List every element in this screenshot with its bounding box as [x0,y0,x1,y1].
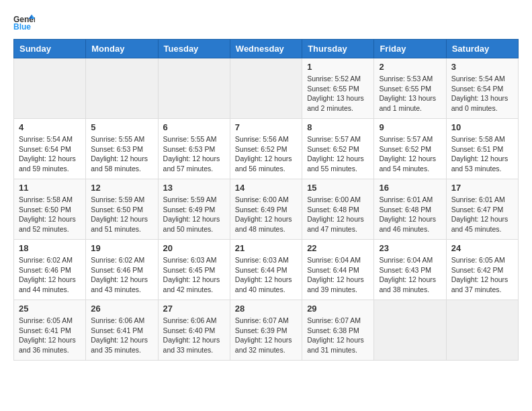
day-info: Sunrise: 5:59 AM Sunset: 6:49 PM Dayligh… [163,195,225,234]
day-info: Sunrise: 5:57 AM Sunset: 6:52 PM Dayligh… [379,134,441,174]
day-number: 21 [235,243,297,253]
calendar-cell: 15Sunrise: 6:00 AM Sunset: 6:48 PM Dayli… [302,179,374,240]
day-info: Sunrise: 6:06 AM Sunset: 6:40 PM Dayligh… [163,316,225,355]
day-number: 2 [379,62,441,72]
calendar-cell: 7Sunrise: 5:56 AM Sunset: 6:52 PM Daylig… [230,119,302,179]
day-of-week-header: Monday [86,40,158,58]
day-info: Sunrise: 5:53 AM Sunset: 6:55 PM Dayligh… [379,74,441,113]
calendar-body: 1Sunrise: 5:52 AM Sunset: 6:55 PM Daylig… [14,58,519,361]
day-number: 5 [91,122,152,132]
day-number: 12 [91,183,152,193]
calendar-cell: 19Sunrise: 6:02 AM Sunset: 6:46 PM Dayli… [86,240,158,300]
calendar-cell: 16Sunrise: 6:01 AM Sunset: 6:48 PM Dayli… [374,179,446,240]
day-number: 19 [91,243,152,253]
day-info: Sunrise: 5:55 AM Sunset: 6:53 PM Dayligh… [163,134,225,174]
day-of-week-header: Wednesday [230,40,302,58]
day-info: Sunrise: 6:04 AM Sunset: 6:43 PM Dayligh… [379,255,441,295]
calendar-cell: 17Sunrise: 6:01 AM Sunset: 6:47 PM Dayli… [446,179,518,240]
day-info: Sunrise: 5:58 AM Sunset: 6:51 PM Dayligh… [451,134,513,174]
day-number: 1 [307,62,369,72]
day-number: 24 [451,243,513,253]
calendar-cell: 11Sunrise: 5:58 AM Sunset: 6:50 PM Dayli… [14,179,86,240]
day-info: Sunrise: 6:01 AM Sunset: 6:47 PM Dayligh… [451,195,513,234]
calendar-table: SundayMondayTuesdayWednesdayThursdayFrid… [13,39,519,361]
calendar-cell: 13Sunrise: 5:59 AM Sunset: 6:49 PM Dayli… [158,179,230,240]
day-info: Sunrise: 6:04 AM Sunset: 6:44 PM Dayligh… [307,255,369,295]
day-of-week-header: Tuesday [158,40,230,58]
calendar-cell: 10Sunrise: 5:58 AM Sunset: 6:51 PM Dayli… [446,119,518,179]
calendar-cell [14,58,86,119]
logo-icon: General Blue [13,13,35,32]
day-of-week-header: Friday [374,40,446,58]
day-number: 13 [163,183,225,193]
day-number: 14 [235,183,297,193]
calendar-cell [446,300,518,361]
day-number: 23 [379,243,441,253]
calendar-cell: 14Sunrise: 6:00 AM Sunset: 6:49 PM Dayli… [230,179,302,240]
calendar-week-row: 4Sunrise: 5:54 AM Sunset: 6:54 PM Daylig… [14,119,519,179]
calendar-cell: 29Sunrise: 6:07 AM Sunset: 6:38 PM Dayli… [302,300,374,361]
day-number: 8 [307,122,369,132]
day-number: 10 [451,122,513,132]
calendar-cell: 25Sunrise: 6:05 AM Sunset: 6:41 PM Dayli… [14,300,86,361]
day-info: Sunrise: 5:58 AM Sunset: 6:50 PM Dayligh… [19,195,81,234]
calendar-cell [86,58,158,119]
calendar-cell: 28Sunrise: 6:07 AM Sunset: 6:39 PM Dayli… [230,300,302,361]
calendar-cell: 3Sunrise: 5:54 AM Sunset: 6:54 PM Daylig… [446,58,518,119]
calendar-cell: 8Sunrise: 5:57 AM Sunset: 6:52 PM Daylig… [302,119,374,179]
day-info: Sunrise: 5:57 AM Sunset: 6:52 PM Dayligh… [307,134,369,174]
calendar-cell: 27Sunrise: 6:06 AM Sunset: 6:40 PM Dayli… [158,300,230,361]
day-info: Sunrise: 6:03 AM Sunset: 6:45 PM Dayligh… [163,255,225,295]
day-info: Sunrise: 6:06 AM Sunset: 6:41 PM Dayligh… [91,316,152,355]
day-info: Sunrise: 6:01 AM Sunset: 6:48 PM Dayligh… [379,195,441,234]
calendar-cell: 1Sunrise: 5:52 AM Sunset: 6:55 PM Daylig… [302,58,374,119]
calendar-cell [374,300,446,361]
day-info: Sunrise: 5:52 AM Sunset: 6:55 PM Dayligh… [307,74,369,113]
day-number: 16 [379,183,441,193]
day-info: Sunrise: 6:00 AM Sunset: 6:49 PM Dayligh… [235,195,297,234]
day-number: 9 [379,122,441,132]
calendar-cell: 6Sunrise: 5:55 AM Sunset: 6:53 PM Daylig… [158,119,230,179]
day-of-week-header: Thursday [302,40,374,58]
day-number: 7 [235,122,297,132]
day-number: 6 [163,122,225,132]
day-info: Sunrise: 5:56 AM Sunset: 6:52 PM Dayligh… [235,134,297,174]
calendar-week-row: 25Sunrise: 6:05 AM Sunset: 6:41 PM Dayli… [14,300,519,361]
day-info: Sunrise: 6:03 AM Sunset: 6:44 PM Dayligh… [235,255,297,295]
day-info: Sunrise: 5:55 AM Sunset: 6:53 PM Dayligh… [91,134,152,174]
calendar-cell: 2Sunrise: 5:53 AM Sunset: 6:55 PM Daylig… [374,58,446,119]
calendar-cell: 23Sunrise: 6:04 AM Sunset: 6:43 PM Dayli… [374,240,446,300]
day-number: 25 [19,304,81,314]
calendar-cell: 26Sunrise: 6:06 AM Sunset: 6:41 PM Dayli… [86,300,158,361]
svg-text:Blue: Blue [13,22,31,32]
day-number: 22 [307,243,369,253]
calendar-week-row: 18Sunrise: 6:02 AM Sunset: 6:46 PM Dayli… [14,240,519,300]
day-info: Sunrise: 5:54 AM Sunset: 6:54 PM Dayligh… [19,134,81,174]
calendar-cell: 5Sunrise: 5:55 AM Sunset: 6:53 PM Daylig… [86,119,158,179]
calendar-cell: 21Sunrise: 6:03 AM Sunset: 6:44 PM Dayli… [230,240,302,300]
day-number: 3 [451,62,513,72]
day-info: Sunrise: 6:02 AM Sunset: 6:46 PM Dayligh… [91,255,152,295]
calendar-week-row: 1Sunrise: 5:52 AM Sunset: 6:55 PM Daylig… [14,58,519,119]
day-number: 11 [19,183,81,193]
day-info: Sunrise: 6:05 AM Sunset: 6:42 PM Dayligh… [451,255,513,295]
calendar-week-row: 11Sunrise: 5:58 AM Sunset: 6:50 PM Dayli… [14,179,519,240]
calendar-cell: 12Sunrise: 5:59 AM Sunset: 6:50 PM Dayli… [86,179,158,240]
calendar-cell [158,58,230,119]
day-number: 20 [163,243,225,253]
day-of-week-header: Saturday [446,40,518,58]
day-info: Sunrise: 5:54 AM Sunset: 6:54 PM Dayligh… [451,74,513,113]
day-info: Sunrise: 6:02 AM Sunset: 6:46 PM Dayligh… [19,255,81,295]
page-header: General Blue [13,13,519,32]
day-number: 18 [19,243,81,253]
day-number: 4 [19,122,81,132]
calendar-cell: 22Sunrise: 6:04 AM Sunset: 6:44 PM Dayli… [302,240,374,300]
logo: General Blue [13,13,40,32]
calendar-cell: 24Sunrise: 6:05 AM Sunset: 6:42 PM Dayli… [446,240,518,300]
day-number: 28 [235,304,297,314]
day-info: Sunrise: 5:59 AM Sunset: 6:50 PM Dayligh… [91,195,152,234]
calendar-cell: 9Sunrise: 5:57 AM Sunset: 6:52 PM Daylig… [374,119,446,179]
calendar-cell: 20Sunrise: 6:03 AM Sunset: 6:45 PM Dayli… [158,240,230,300]
day-number: 27 [163,304,225,314]
day-info: Sunrise: 6:05 AM Sunset: 6:41 PM Dayligh… [19,316,81,355]
